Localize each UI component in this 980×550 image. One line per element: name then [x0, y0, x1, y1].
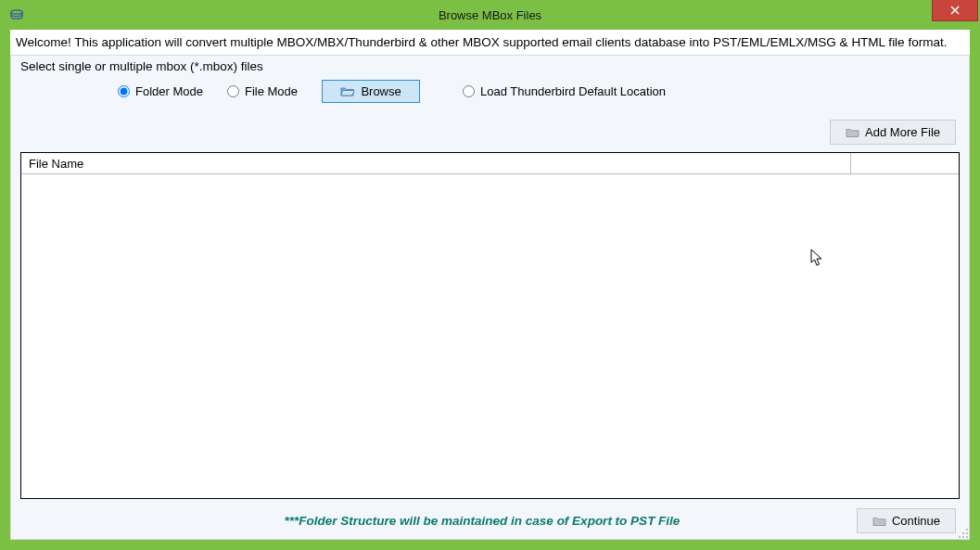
folder-icon — [846, 127, 859, 138]
radio-thunderbird-default-input[interactable] — [463, 85, 475, 97]
radio-file-mode[interactable]: File Mode — [227, 84, 298, 98]
browse-button-label: Browse — [361, 84, 401, 98]
column-header-filename[interactable]: File Name — [21, 153, 851, 173]
window-title: Browse MBox Files — [2, 8, 978, 22]
file-list-body[interactable] — [21, 174, 959, 498]
radio-thunderbird-default[interactable]: Load Thunderbird Default Location — [463, 84, 666, 98]
titlebar[interactable]: Browse MBox Files — [2, 2, 978, 28]
radio-thunderbird-default-label: Load Thunderbird Default Location — [480, 84, 666, 98]
continue-button-label: Continue — [892, 514, 940, 528]
add-more-file-button[interactable]: Add More File — [830, 120, 956, 145]
mode-row: Folder Mode File Mode Browse — [11, 79, 969, 103]
bottom-row: ***Folder Structure will be maintained i… — [11, 499, 969, 533]
radio-folder-mode-input[interactable] — [118, 85, 130, 97]
app-window: Browse MBox Files Welcome! This applicat… — [0, 0, 980, 550]
file-list[interactable]: File Name — [20, 152, 960, 499]
close-icon — [950, 6, 960, 15]
footer-note: ***Folder Structure will be maintained i… — [108, 514, 857, 528]
svg-point-0 — [11, 10, 22, 14]
add-more-file-label: Add More File — [865, 125, 940, 139]
panel-title: Select single or multiple mbox (*.mbox) … — [11, 59, 969, 79]
main-panel: Select single or multiple mbox (*.mbox) … — [10, 55, 970, 540]
browse-button[interactable]: Browse — [322, 80, 420, 103]
welcome-text: Welcome! This application will convert m… — [10, 30, 970, 53]
continue-button[interactable]: Continue — [857, 508, 956, 533]
close-button[interactable] — [932, 0, 978, 21]
client-area: Welcome! This application will convert m… — [10, 30, 970, 540]
folder-open-icon — [340, 85, 355, 97]
file-list-header: File Name — [21, 153, 959, 174]
add-more-row: Add More File — [11, 103, 969, 150]
radio-file-mode-input[interactable] — [227, 85, 239, 97]
app-icon — [9, 7, 24, 22]
radio-folder-mode[interactable]: Folder Mode — [118, 84, 203, 98]
folder-icon — [872, 516, 886, 527]
radio-folder-mode-label: Folder Mode — [135, 84, 203, 98]
radio-file-mode-label: File Mode — [245, 84, 298, 98]
